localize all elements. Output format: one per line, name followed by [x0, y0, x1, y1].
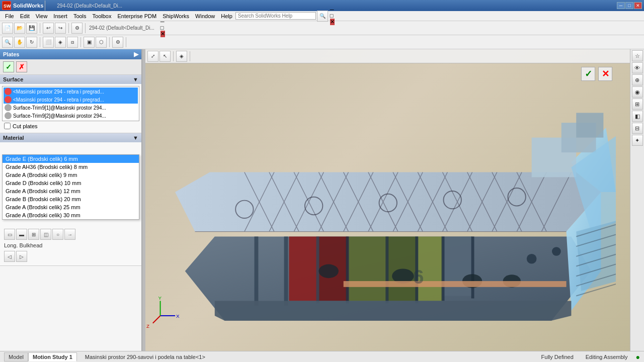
long-bulkhead-label: Long. Bulkhead — [2, 241, 139, 249]
close-button[interactable]: ✕ — [634, 2, 642, 9]
view-select-button[interactable]: ↖ — [159, 51, 171, 62]
display-wire-button[interactable]: ⬡ — [96, 37, 107, 48]
menu-enterprise-pdm[interactable]: Enterprise PDM — [114, 12, 159, 20]
right-icon-6[interactable]: ◧ — [632, 111, 643, 122]
view-iso-button[interactable]: ◈ — [55, 37, 66, 48]
icon-circle[interactable]: ○ — [52, 229, 63, 240]
inner-close-button[interactable]: ✕ — [330, 19, 335, 25]
material-collapse-icon: ▼ — [133, 135, 138, 141]
viewport-ok-button[interactable]: ✓ — [581, 67, 595, 81]
viewport[interactable]: ⤢ ↖ ◈ — [145, 49, 630, 351]
menu-edit[interactable]: Edit — [17, 12, 33, 20]
display-shaded-button[interactable]: ▣ — [84, 37, 95, 48]
view-perspective-button[interactable]: ◈ — [176, 51, 187, 62]
right-icon-4[interactable]: ◉ — [632, 86, 643, 98]
doc-title: 294-02 (Default<Default_Di... — [57, 3, 122, 9]
right-icon-1[interactable]: ☆ — [632, 50, 643, 61]
doc-minimize-button[interactable]: ─ — [160, 19, 165, 25]
search-input[interactable] — [235, 12, 316, 20]
material-option-8[interactable]: Grade A (Brodski celik) 30 mm — [3, 211, 139, 219]
tab-model[interactable]: Model — [4, 352, 28, 361]
view-section-button[interactable]: ⧈ — [67, 37, 78, 48]
svg-rect-42 — [385, 236, 388, 303]
menu-insert[interactable]: Insert — [50, 12, 70, 20]
surface-collapse-icon: ▼ — [133, 76, 138, 82]
svg-rect-39 — [284, 236, 288, 306]
doc-close-button[interactable]: ✕ — [160, 31, 165, 37]
view-front-button[interactable]: ⬜ — [43, 37, 54, 48]
surface-icon-1 — [5, 88, 12, 95]
right-icon-2[interactable]: 👁 — [632, 62, 643, 73]
save-button[interactable]: 💾 — [26, 23, 37, 34]
minimize-button[interactable]: ─ — [617, 2, 625, 9]
menu-tools[interactable]: Tools — [70, 12, 90, 20]
svg-line-74 — [153, 316, 160, 323]
menu-toolbox[interactable]: Toolbox — [90, 12, 115, 20]
doc-maximize-button[interactable]: □ — [160, 25, 165, 31]
surface-section-header[interactable]: Surface ▼ — [0, 75, 141, 84]
inner-restore-button[interactable]: □ — [330, 13, 335, 19]
icon-rect1[interactable]: ▭ — [4, 229, 15, 240]
menu-file[interactable]: File — [2, 12, 17, 20]
svg-text:SW: SW — [4, 4, 11, 9]
app-logo: SW — [2, 1, 11, 10]
surface-item-4-text: Surface-Trim9[2]@Masinski prostor 294... — [13, 113, 106, 119]
right-icon-3[interactable]: ⊕ — [632, 74, 643, 85]
view-zoom-button[interactable]: 🔍 — [2, 37, 13, 48]
view-zoom-fit-button[interactable]: ⤢ — [147, 51, 158, 62]
open-button[interactable]: 📂 — [14, 23, 25, 34]
cut-plates-checkbox[interactable] — [4, 123, 11, 129]
view-rotate-button[interactable]: ↻ — [26, 37, 37, 48]
surface-item-4[interactable]: Surface-Trim9[2]@Masinski prostor 294... — [4, 112, 138, 120]
cut-plates-label: Cut plates — [13, 123, 38, 129]
material-section-header[interactable]: Material ▼ — [0, 133, 141, 142]
assembly-button[interactable]: ⚙ — [112, 37, 123, 48]
menu-help[interactable]: Help — [218, 12, 235, 20]
icon-arrow[interactable]: → — [64, 229, 75, 240]
cancel-button[interactable]: ✗ — [16, 61, 27, 72]
surface-item-2[interactable]: <Masinski prostor 294 - rebra i pregrad.… — [4, 96, 138, 104]
view-pan-button[interactable]: ✋ — [14, 37, 25, 48]
status-fully-defined: Fully Defined — [541, 354, 574, 360]
panel-ok-cancel-row: ✓ ✗ — [0, 59, 141, 75]
menu-window[interactable]: Window — [192, 12, 218, 20]
status-indicator: ● — [636, 353, 640, 361]
surface-icon-2 — [5, 96, 12, 103]
tab-motion-study[interactable]: Motion Study 1 — [28, 352, 77, 361]
svg-rect-32 — [289, 236, 318, 301]
statusbar: Model Motion Study 1 Masinski prostor 29… — [0, 351, 644, 362]
search-button[interactable]: 🔍 — [317, 11, 328, 22]
maximize-button[interactable]: □ — [625, 2, 633, 9]
material-option-4[interactable]: Grade D (Brodski celik) 10 mm — [3, 179, 139, 187]
bulkhead-icon-right[interactable]: ▷ — [16, 251, 27, 262]
menu-view[interactable]: View — [33, 12, 51, 20]
svg-rect-38 — [255, 236, 259, 306]
material-option-1[interactable]: Grade E (Brodski celik) 6 mm — [3, 155, 139, 163]
icon-rect4[interactable]: ◫ — [40, 229, 51, 240]
surface-item-1[interactable]: <Masinski prostor 294 - rebra i pregrad.… — [4, 87, 138, 96]
svg-rect-52 — [576, 113, 603, 137]
new-button[interactable]: 📄 — [2, 23, 13, 34]
material-option-6[interactable]: Grade B (Brodski celik) 20 mm — [3, 195, 139, 203]
toolbar1: 📄 📂 💾 ↩ ↪ ⚙ 294-02 (Default<Default_Di..… — [0, 21, 644, 35]
main-area: Plates ▶ ✓ ✗ Surface ▼ <Masinski prostor… — [0, 49, 644, 351]
viewport-cancel-button[interactable]: ✕ — [598, 67, 612, 81]
redo-button[interactable]: ↪ — [55, 23, 66, 34]
right-icon-5[interactable]: ⊞ — [632, 99, 643, 110]
material-option-3[interactable]: Grade A (Brodski celik) 9 mm — [3, 171, 139, 179]
surface-item-3[interactable]: Surface-Trim9[1]@Masinski prostor 294... — [4, 104, 138, 112]
material-option-7[interactable]: Grade A (Brodski celik) 25 mm — [3, 203, 139, 211]
material-option-2[interactable]: Grade AH36 (Brodski celik) 8 mm — [3, 163, 139, 171]
options-button[interactable]: ⚙ — [71, 23, 83, 34]
material-option-5[interactable]: Grade A (Brodski celik) 12 mm — [3, 187, 139, 195]
undo-button[interactable]: ↩ — [43, 23, 54, 34]
icon-rect3[interactable]: ⊞ — [28, 229, 39, 240]
icon-rect2[interactable]: ▬ — [16, 229, 27, 240]
svg-text:Y: Y — [158, 295, 162, 301]
panel-close-icon[interactable]: ▶ — [134, 51, 138, 58]
inner-minimize-button[interactable]: ─ — [330, 7, 335, 13]
bulkhead-icon-left[interactable]: ◁ — [4, 251, 15, 262]
right-icon-7[interactable]: ⊟ — [632, 123, 643, 134]
ok-button[interactable]: ✓ — [3, 61, 14, 72]
right-icon-8[interactable]: ✦ — [632, 135, 643, 146]
